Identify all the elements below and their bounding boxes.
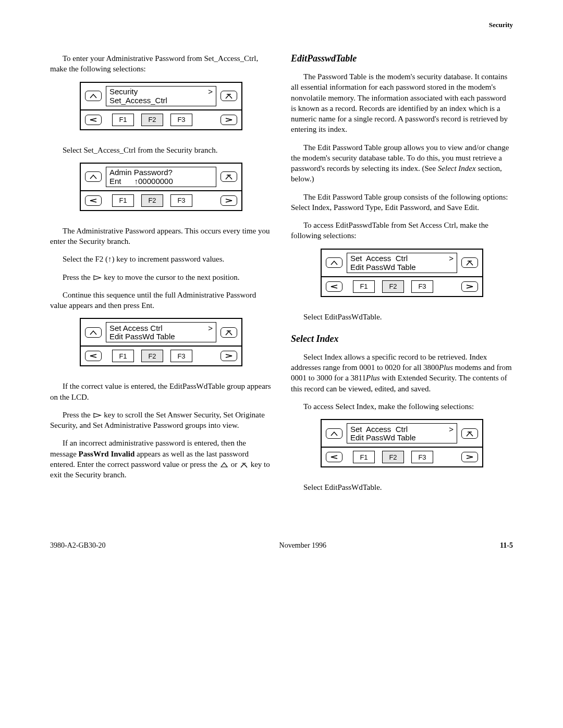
left-arrow-button[interactable] <box>85 351 102 361</box>
left-p5b: key to move the cursor to the next posit… <box>102 273 240 281</box>
up-right-button[interactable] <box>221 91 237 101</box>
heading-editpasswdtable: EditPasswdTable <box>291 53 513 64</box>
lcd-line2: Ent ↑00000000 <box>109 177 173 186</box>
left-p8: Press the key to scroll the Set Answer S… <box>50 410 272 431</box>
left-p5a: Press the <box>63 273 93 281</box>
lcd-screen: Set Access Ctrl> Edit PassWd Table <box>106 322 216 342</box>
lcd-line1-right: > <box>208 88 213 96</box>
lcd-row-top: Set Access Ctrl> Edit PassWd Table <box>322 250 482 276</box>
right-p8: Select EditPassWdTable. <box>291 482 513 492</box>
lcd-line1-right: > <box>449 254 454 263</box>
left-arrow-button[interactable] <box>85 115 102 125</box>
lcd-panel-admin-pw: Admin Password? Ent ↑00000000 F1 F2 F <box>80 163 242 211</box>
lcd-line2: Edit PassWd Table <box>350 434 416 442</box>
f1-key[interactable]: F1 <box>353 280 375 293</box>
right-p2: The Edit Password Table group allows you… <box>291 142 513 184</box>
f3-key[interactable]: F3 <box>411 280 433 293</box>
right-p6: Select Index allows a specific record to… <box>291 352 513 394</box>
up-left-button[interactable] <box>326 428 342 439</box>
lcd-line1-left: Set Access Ctrl <box>109 324 163 333</box>
right-arrow-button[interactable] <box>221 195 237 206</box>
left-p9: If an incorrect administrative password … <box>50 438 272 480</box>
fkeys: F1 F2 F3 <box>347 451 457 463</box>
right-column: EditPasswdTable The Password Table is th… <box>291 53 513 500</box>
f3-key[interactable]: F3 <box>170 194 192 207</box>
right-p3: The Edit Password Table group consists o… <box>291 192 513 213</box>
up-left-button[interactable] <box>85 171 102 182</box>
left-arrow-button[interactable] <box>326 452 342 462</box>
f1-key[interactable]: F1 <box>112 350 134 362</box>
footer-right: 11-5 <box>500 541 513 550</box>
lcd-row-bottom: F1 F2 F3 <box>81 190 241 210</box>
fkeys: F1 F2 F3 <box>106 350 216 362</box>
f3-key[interactable]: F3 <box>411 451 433 463</box>
lcd-line1-left: Security <box>109 88 138 96</box>
right-arrow-button[interactable] <box>221 115 237 125</box>
lcd-line1-right: > <box>449 425 454 434</box>
fkeys: F1 F2 F3 <box>106 114 216 126</box>
lcd-row-top: Set Access Ctrl> Edit PassWd Table <box>81 319 241 346</box>
header-section: Security <box>50 21 513 29</box>
footer-center: November 1996 <box>279 541 327 550</box>
up-left-button[interactable] <box>85 327 102 338</box>
up-right-button[interactable] <box>221 327 237 338</box>
right-p5: Select EditPassWdTable. <box>291 312 513 322</box>
right-p2b: Select Index <box>438 164 476 172</box>
lcd-row-top: Admin Password? Ent ↑00000000 <box>81 164 241 190</box>
lcd-line2: Edit PassWd Table <box>350 263 416 272</box>
left-p7: If the correct value is entered, the Edi… <box>50 381 272 402</box>
lcd-panel-security: Security> Set_Access_Ctrl F1 F2 F3 <box>80 82 242 130</box>
f3-key[interactable]: F3 <box>170 114 192 126</box>
up-triangle-icon <box>219 462 229 468</box>
f2-key[interactable]: F2 <box>141 350 163 362</box>
left-arrow-button[interactable] <box>326 281 342 292</box>
right-p1: The Password Table is the modem's securi… <box>291 71 513 135</box>
left-p8a: Press the <box>63 411 93 419</box>
lcd-row-top: Security> Set_Access_Ctrl <box>81 83 241 109</box>
f2-key[interactable]: F2 <box>382 451 404 463</box>
up-left-button[interactable] <box>326 257 342 268</box>
lcd-screen: Set Access Ctrl> Edit PassWd Table <box>347 253 457 273</box>
left-p9b: PassWrd Invalid <box>79 450 135 458</box>
f2-key[interactable]: F2 <box>141 114 163 126</box>
right-triangle-icon <box>93 412 102 418</box>
left-p3: The Administrative Password appears. Thi… <box>50 226 272 247</box>
left-column: To enter your Administrative Password fr… <box>50 53 272 500</box>
up-right-button[interactable] <box>221 171 237 182</box>
right-arrow-button[interactable] <box>221 351 237 361</box>
lcd-panel-editpw-r2: Set Access Ctrl> Edit PassWd Table F1 F2 <box>321 419 483 467</box>
f1-key[interactable]: F1 <box>112 114 134 126</box>
page: Security To enter your Administrative Pa… <box>0 0 563 728</box>
f1-key[interactable]: F1 <box>112 194 134 207</box>
right-arrow-button[interactable] <box>461 452 478 462</box>
lcd-line2: Edit PassWd Table <box>109 332 175 341</box>
lcd-line2: Set_Access_Ctrl <box>109 96 167 105</box>
f2-key[interactable]: F2 <box>382 280 404 293</box>
lcd-line1-right: > <box>208 324 213 333</box>
lcd-panel-editpw-left: Set Access Ctrl> Edit PassWd Table F1 F2… <box>80 318 242 366</box>
heading-select-index: Select Index <box>291 334 513 344</box>
lcd-line1-left: Set Access Ctrl <box>350 425 408 434</box>
left-p9d: or <box>229 460 239 468</box>
right-p6d: Plus <box>366 374 380 382</box>
content-columns: To enter your Administrative Password fr… <box>50 53 513 500</box>
right-triangle-icon <box>93 275 102 281</box>
up-left-button[interactable] <box>85 91 102 101</box>
double-up-triangle-icon <box>239 462 249 468</box>
up-right-button[interactable] <box>461 257 478 268</box>
f1-key[interactable]: F1 <box>353 451 375 463</box>
lcd-screen: Set Access Ctrl> Edit PassWd Table <box>347 423 457 443</box>
right-p7: To access Select Index, make the followi… <box>291 401 513 412</box>
f2-key[interactable]: F2 <box>141 194 163 207</box>
right-arrow-button[interactable] <box>461 281 478 292</box>
lcd-line1: Admin Password? <box>109 168 173 177</box>
lcd-row-top: Set Access Ctrl> Edit PassWd Table <box>322 420 482 447</box>
left-p2: Select Set_Access_Ctrl from the Security… <box>50 145 272 155</box>
right-p6b: Plus <box>439 363 453 372</box>
lcd-row-bottom: F1 F2 F3 <box>81 109 241 129</box>
f3-key[interactable]: F3 <box>170 350 192 362</box>
lcd-panel-editpw-r1: Set Access Ctrl> Edit PassWd Table F1 F2 <box>321 249 483 297</box>
up-right-button[interactable] <box>461 428 478 439</box>
left-arrow-button[interactable] <box>85 195 102 206</box>
lcd-row-bottom: F1 F2 F3 <box>322 276 482 296</box>
